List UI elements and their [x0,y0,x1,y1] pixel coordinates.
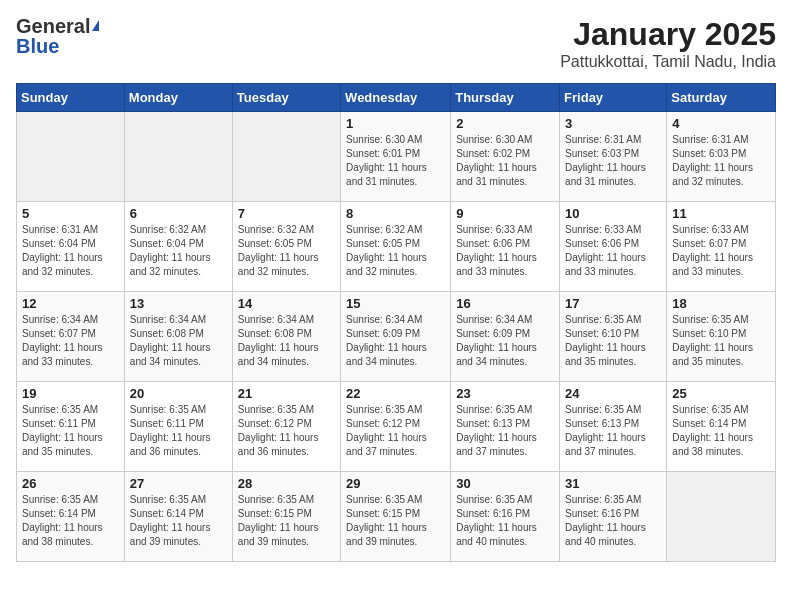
calendar-cell: 2Sunrise: 6:30 AM Sunset: 6:02 PM Daylig… [451,112,560,202]
calendar-cell: 9Sunrise: 6:33 AM Sunset: 6:06 PM Daylig… [451,202,560,292]
calendar-cell: 18Sunrise: 6:35 AM Sunset: 6:10 PM Dayli… [667,292,776,382]
day-info: Sunrise: 6:35 AM Sunset: 6:11 PM Dayligh… [22,403,119,459]
day-number: 4 [672,116,770,131]
day-number: 14 [238,296,335,311]
day-info: Sunrise: 6:34 AM Sunset: 6:09 PM Dayligh… [456,313,554,369]
day-number: 26 [22,476,119,491]
page-title: January 2025 [560,16,776,53]
calendar-cell: 7Sunrise: 6:32 AM Sunset: 6:05 PM Daylig… [232,202,340,292]
day-number: 28 [238,476,335,491]
day-number: 10 [565,206,661,221]
day-info: Sunrise: 6:35 AM Sunset: 6:10 PM Dayligh… [672,313,770,369]
day-number: 5 [22,206,119,221]
day-number: 2 [456,116,554,131]
day-number: 29 [346,476,445,491]
calendar-cell [124,112,232,202]
day-info: Sunrise: 6:32 AM Sunset: 6:04 PM Dayligh… [130,223,227,279]
calendar-cell: 31Sunrise: 6:35 AM Sunset: 6:16 PM Dayli… [560,472,667,562]
logo: General Blue [16,16,99,56]
day-number: 9 [456,206,554,221]
calendar-week-row: 5Sunrise: 6:31 AM Sunset: 6:04 PM Daylig… [17,202,776,292]
day-info: Sunrise: 6:35 AM Sunset: 6:12 PM Dayligh… [346,403,445,459]
calendar-week-row: 19Sunrise: 6:35 AM Sunset: 6:11 PM Dayli… [17,382,776,472]
day-number: 23 [456,386,554,401]
day-info: Sunrise: 6:31 AM Sunset: 6:04 PM Dayligh… [22,223,119,279]
day-number: 16 [456,296,554,311]
day-number: 15 [346,296,445,311]
calendar-cell: 26Sunrise: 6:35 AM Sunset: 6:14 PM Dayli… [17,472,125,562]
calendar-cell [17,112,125,202]
calendar-cell: 30Sunrise: 6:35 AM Sunset: 6:16 PM Dayli… [451,472,560,562]
page-header: General Blue January 2025 Pattukkottai, … [16,16,776,71]
calendar-header-sunday: Sunday [17,84,125,112]
day-info: Sunrise: 6:34 AM Sunset: 6:08 PM Dayligh… [238,313,335,369]
day-info: Sunrise: 6:35 AM Sunset: 6:15 PM Dayligh… [238,493,335,549]
day-info: Sunrise: 6:33 AM Sunset: 6:07 PM Dayligh… [672,223,770,279]
calendar-cell: 24Sunrise: 6:35 AM Sunset: 6:13 PM Dayli… [560,382,667,472]
day-info: Sunrise: 6:35 AM Sunset: 6:14 PM Dayligh… [672,403,770,459]
calendar-cell: 28Sunrise: 6:35 AM Sunset: 6:15 PM Dayli… [232,472,340,562]
calendar-week-row: 1Sunrise: 6:30 AM Sunset: 6:01 PM Daylig… [17,112,776,202]
calendar-cell: 22Sunrise: 6:35 AM Sunset: 6:12 PM Dayli… [341,382,451,472]
day-number: 20 [130,386,227,401]
logo-triangle-icon [92,20,99,31]
day-number: 19 [22,386,119,401]
calendar-cell: 20Sunrise: 6:35 AM Sunset: 6:11 PM Dayli… [124,382,232,472]
day-number: 27 [130,476,227,491]
calendar-cell: 25Sunrise: 6:35 AM Sunset: 6:14 PM Dayli… [667,382,776,472]
calendar-header-wednesday: Wednesday [341,84,451,112]
calendar-cell: 13Sunrise: 6:34 AM Sunset: 6:08 PM Dayli… [124,292,232,382]
calendar-cell: 1Sunrise: 6:30 AM Sunset: 6:01 PM Daylig… [341,112,451,202]
day-info: Sunrise: 6:31 AM Sunset: 6:03 PM Dayligh… [672,133,770,189]
day-number: 8 [346,206,445,221]
calendar-cell: 29Sunrise: 6:35 AM Sunset: 6:15 PM Dayli… [341,472,451,562]
calendar-cell: 3Sunrise: 6:31 AM Sunset: 6:03 PM Daylig… [560,112,667,202]
day-info: Sunrise: 6:35 AM Sunset: 6:13 PM Dayligh… [456,403,554,459]
day-info: Sunrise: 6:33 AM Sunset: 6:06 PM Dayligh… [565,223,661,279]
day-number: 30 [456,476,554,491]
day-info: Sunrise: 6:35 AM Sunset: 6:14 PM Dayligh… [22,493,119,549]
day-info: Sunrise: 6:32 AM Sunset: 6:05 PM Dayligh… [346,223,445,279]
logo-general: General [16,16,90,36]
day-number: 12 [22,296,119,311]
calendar-cell: 10Sunrise: 6:33 AM Sunset: 6:06 PM Dayli… [560,202,667,292]
day-number: 18 [672,296,770,311]
day-number: 13 [130,296,227,311]
day-info: Sunrise: 6:32 AM Sunset: 6:05 PM Dayligh… [238,223,335,279]
day-number: 22 [346,386,445,401]
calendar-cell: 8Sunrise: 6:32 AM Sunset: 6:05 PM Daylig… [341,202,451,292]
calendar-cell: 14Sunrise: 6:34 AM Sunset: 6:08 PM Dayli… [232,292,340,382]
calendar-cell: 6Sunrise: 6:32 AM Sunset: 6:04 PM Daylig… [124,202,232,292]
day-number: 17 [565,296,661,311]
calendar-table: SundayMondayTuesdayWednesdayThursdayFrid… [16,83,776,562]
calendar-cell: 27Sunrise: 6:35 AM Sunset: 6:14 PM Dayli… [124,472,232,562]
day-info: Sunrise: 6:35 AM Sunset: 6:13 PM Dayligh… [565,403,661,459]
day-number: 24 [565,386,661,401]
day-number: 7 [238,206,335,221]
day-info: Sunrise: 6:35 AM Sunset: 6:12 PM Dayligh… [238,403,335,459]
calendar-cell: 17Sunrise: 6:35 AM Sunset: 6:10 PM Dayli… [560,292,667,382]
calendar-cell [667,472,776,562]
day-info: Sunrise: 6:35 AM Sunset: 6:11 PM Dayligh… [130,403,227,459]
calendar-cell: 11Sunrise: 6:33 AM Sunset: 6:07 PM Dayli… [667,202,776,292]
day-info: Sunrise: 6:35 AM Sunset: 6:14 PM Dayligh… [130,493,227,549]
day-info: Sunrise: 6:34 AM Sunset: 6:08 PM Dayligh… [130,313,227,369]
day-info: Sunrise: 6:35 AM Sunset: 6:16 PM Dayligh… [565,493,661,549]
logo-blue: Blue [16,36,99,56]
calendar-cell [232,112,340,202]
day-number: 6 [130,206,227,221]
day-number: 31 [565,476,661,491]
calendar-cell: 4Sunrise: 6:31 AM Sunset: 6:03 PM Daylig… [667,112,776,202]
day-info: Sunrise: 6:34 AM Sunset: 6:07 PM Dayligh… [22,313,119,369]
day-info: Sunrise: 6:30 AM Sunset: 6:01 PM Dayligh… [346,133,445,189]
calendar-cell: 16Sunrise: 6:34 AM Sunset: 6:09 PM Dayli… [451,292,560,382]
day-info: Sunrise: 6:35 AM Sunset: 6:10 PM Dayligh… [565,313,661,369]
calendar-week-row: 12Sunrise: 6:34 AM Sunset: 6:07 PM Dayli… [17,292,776,382]
day-number: 3 [565,116,661,131]
calendar-header-row: SundayMondayTuesdayWednesdayThursdayFrid… [17,84,776,112]
day-info: Sunrise: 6:35 AM Sunset: 6:16 PM Dayligh… [456,493,554,549]
calendar-cell: 21Sunrise: 6:35 AM Sunset: 6:12 PM Dayli… [232,382,340,472]
day-info: Sunrise: 6:33 AM Sunset: 6:06 PM Dayligh… [456,223,554,279]
calendar-header-thursday: Thursday [451,84,560,112]
day-number: 25 [672,386,770,401]
